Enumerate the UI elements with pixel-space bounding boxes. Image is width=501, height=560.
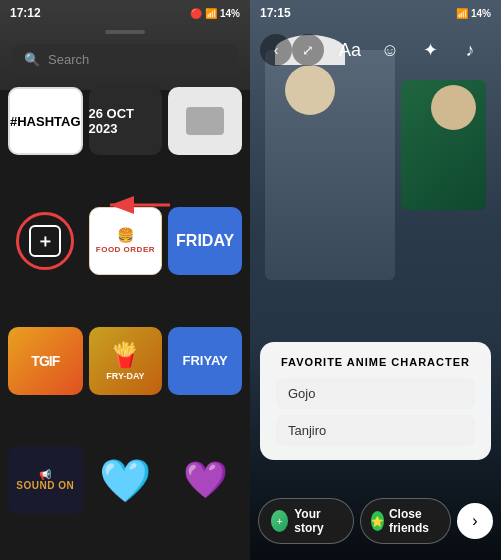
right-toolbar: ‹ ⤢ Aa ☺ ✦ ♪ ••• [250, 28, 501, 72]
close-friends-label: Close friends [389, 507, 440, 535]
sticker-fry-day[interactable]: 🍟 FRY-DAY [89, 327, 163, 395]
send-button[interactable]: › [457, 503, 493, 539]
expand-icon: ⤢ [302, 42, 314, 58]
back-button[interactable]: ‹ [260, 34, 292, 66]
sticker-countdown[interactable] [168, 87, 242, 155]
star-icon: ⭐ [371, 516, 383, 527]
toolbar-right: ⤢ Aa ☺ ✦ ♪ ••• [292, 34, 501, 66]
toolbar-left: ‹ [260, 34, 292, 66]
right-status-bar: 17:15 📶 14% [250, 0, 501, 24]
sticker-add-wrapper: ＋ [8, 207, 83, 275]
notification-icon: 🔴 [190, 8, 202, 19]
sticker-heart[interactable]: 💜 [168, 446, 242, 514]
search-input[interactable]: Search [48, 52, 226, 67]
search-bar[interactable]: 🔍 Search [12, 44, 238, 75]
right-signal-icon: 📶 [456, 8, 468, 19]
figure-head [285, 65, 335, 115]
fries-icon: 🍟 [110, 341, 140, 369]
kawaii-icon: 🩵 [99, 456, 151, 505]
right-status-icons: 📶 14% [456, 8, 491, 19]
sticker-date[interactable]: 26 OCT 2023 [89, 87, 163, 155]
poll-option-gojo[interactable]: Gojo [276, 378, 475, 409]
sticker-food-order[interactable]: 🍔 FOOD ORDER [89, 207, 163, 275]
sticker-tool-button[interactable]: ☺ [376, 40, 404, 61]
right-time: 17:15 [260, 6, 291, 20]
music-icon: ♪ [466, 40, 475, 60]
left-status-bar: 17:12 🔴 📶 14% [0, 0, 250, 24]
poll-card: FAVORITE ANIME CHARACTER Gojo Tanjiro [260, 342, 491, 460]
more-button[interactable]: ••• [496, 40, 501, 61]
sticker-tgif[interactable]: TGIF [8, 327, 83, 395]
expand-button[interactable]: ⤢ [292, 34, 324, 66]
close-friends-icon: ⭐ [371, 511, 384, 531]
add-icon: ＋ [29, 225, 61, 257]
food-label: FOOD ORDER [96, 245, 155, 254]
sticker-grid: #HASHTAG 26 OCT 2023 ＋ 🍔 FOOD ORDER FRID… [0, 87, 250, 560]
fry-label: FRY-DAY [106, 371, 144, 381]
left-time: 17:12 [10, 6, 41, 20]
right-panel: 17:15 📶 14% ‹ ⤢ Aa ☺ ✦ ♪ [250, 0, 501, 560]
your-story-label: Your story [294, 507, 340, 535]
music-tool-button[interactable]: ♪ [456, 40, 484, 61]
left-panel: 17:12 🔴 📶 14% 🔍 Search #HASHTAG 26 OCT 2… [0, 0, 250, 560]
countdown-visual [186, 107, 224, 135]
heart-icon: 💜 [183, 459, 228, 501]
effects-tool-button[interactable]: ✦ [416, 39, 444, 61]
right-battery-icon: 14% [471, 8, 491, 19]
sticker-hashtag[interactable]: #HASHTAG [8, 87, 83, 155]
sticker-kawaii[interactable]: 🩵 [89, 446, 163, 514]
figure2-head [431, 85, 476, 130]
text-icon: Aa [339, 40, 361, 60]
text-tool-button[interactable]: Aa [336, 40, 364, 61]
effects-icon: ✦ [423, 40, 438, 60]
poll-title: FAVORITE ANIME CHARACTER [276, 356, 475, 368]
left-status-icons: 🔴 📶 14% [190, 8, 240, 19]
story-avatar: + [271, 510, 288, 532]
sticker-sound-on[interactable]: 📢 SOUND ON [8, 446, 83, 514]
search-icon: 🔍 [24, 52, 40, 67]
sound-icon: 📢 [39, 469, 52, 480]
sticker-friyay[interactable]: FRIYAY [168, 327, 242, 395]
send-icon: › [472, 512, 477, 530]
sticker-add-button[interactable]: ＋ [16, 212, 74, 270]
photo-background [250, 0, 501, 560]
battery-icon: 📶 14% [205, 8, 240, 19]
sticker-friday[interactable]: FRIDAY [168, 207, 242, 275]
close-friends-button[interactable]: ⭐ Close friends [360, 498, 452, 544]
drag-handle[interactable] [105, 30, 145, 34]
sticker-icon: ☺ [381, 40, 399, 60]
poll-option-tanjiro[interactable]: Tanjiro [276, 415, 475, 446]
food-icon: 🍔 [117, 227, 134, 243]
bottom-action-bar: + Your story ⭐ Close friends › [258, 498, 493, 544]
plus-icon: + [277, 516, 283, 527]
back-icon: ‹ [274, 42, 279, 58]
your-story-button[interactable]: + Your story [258, 498, 354, 544]
